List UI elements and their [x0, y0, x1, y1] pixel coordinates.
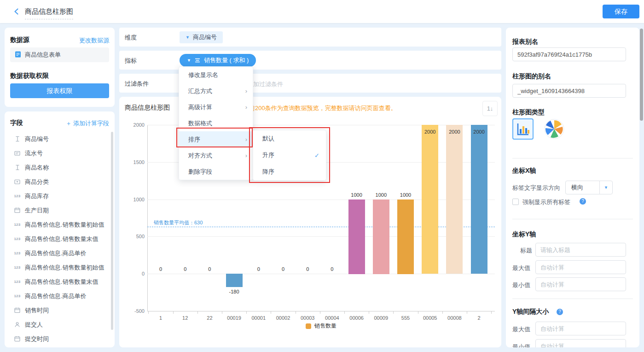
field-item[interactable]: 商品名称 [10, 160, 109, 175]
x-tick-mark [491, 311, 492, 314]
y-tick-label: 0 [119, 271, 145, 276]
question-icon[interactable]: ? [557, 309, 563, 315]
menu-item-删除字段[interactable]: 删除字段 [179, 164, 253, 180]
metric-tag[interactable]: ▼ 销售数量 ( 求和 ) [180, 54, 256, 67]
field-item[interactable]: 123商品售价信息.商品单价 [10, 289, 109, 303]
widget-alias-input[interactable] [512, 84, 626, 98]
bar-00009[interactable] [373, 199, 389, 274]
x-tick-mark [369, 311, 369, 314]
report-permission-button[interactable]: 报表权限 [10, 83, 109, 98]
y-max-input[interactable] [535, 260, 626, 274]
metric-tag-label: 销售数量 ( 求和 ) [204, 56, 249, 65]
chart-type-pie-icon[interactable] [544, 118, 565, 140]
serial-icon [14, 150, 21, 156]
bar-00008[interactable] [446, 125, 463, 274]
page-scrollbar[interactable] [640, 29, 643, 121]
back-icon[interactable] [13, 8, 20, 15]
interval-min-input[interactable] [535, 339, 626, 347]
gridline [147, 274, 495, 274]
dimension-row: 维度 ▼ 商品编号 [119, 28, 501, 47]
number-icon: 123 [14, 265, 21, 270]
label-direction-select[interactable]: 横向 ▼ [565, 181, 613, 194]
menu-item-排序[interactable]: 排序› [179, 131, 253, 147]
field-item[interactable]: 生产日期 [10, 203, 109, 217]
field-label: 商品售价信息.销售数量末值 [25, 235, 99, 243]
add-calc-field-link[interactable]: ＋ 添加计算字段 [65, 119, 109, 128]
force-labels-label: 强制显示所有标签 [522, 198, 570, 206]
field-item[interactable]: 提交时间 [10, 332, 109, 346]
field-item[interactable]: 123商品库存 [10, 189, 109, 203]
page-title: 商品信息柱形图 [25, 7, 73, 19]
field-label: 商品分类 [25, 178, 49, 186]
bar-555[interactable] [397, 199, 414, 274]
field-label: 商品售价信息.销售数量末值 [25, 278, 99, 286]
filter-placeholder[interactable]: 加过滤条件 [253, 80, 283, 88]
bar-2[interactable] [471, 125, 487, 274]
y-min-input[interactable] [535, 277, 626, 291]
x-tick-label: 00019 [227, 315, 241, 321]
field-item[interactable]: 123商品售价信息.销售数量初始值 [10, 260, 109, 275]
force-labels-checkbox[interactable] [512, 199, 519, 205]
chart-legend[interactable]: 销售数量 [147, 322, 495, 330]
menu-item-高级计算[interactable]: 高级计算› [179, 99, 253, 115]
submenu-item-降序[interactable]: 降序 [253, 164, 326, 180]
menu-item-汇总方式[interactable]: 汇总方式› [179, 83, 253, 99]
menu-item-修改显示名[interactable]: 修改显示名 [179, 67, 253, 83]
question-icon[interactable]: ? [580, 198, 586, 205]
number-icon: 123 [14, 237, 21, 241]
field-item[interactable]: 123商品售价信息.销售数量末值 [10, 232, 109, 246]
field-item[interactable]: 提交人 [10, 317, 109, 332]
average-line [147, 227, 495, 227]
chevron-right-icon: › [245, 104, 247, 111]
dimension-tag[interactable]: ▼ 商品编号 [180, 31, 223, 43]
fields-title: 字段 [10, 119, 23, 127]
field-item[interactable]: 商品编号 [10, 132, 109, 146]
field-item[interactable]: 销售时间 [10, 303, 109, 317]
field-item[interactable]: 流水号 [10, 146, 109, 160]
change-datasource-link[interactable]: 更改数据源 [79, 36, 109, 45]
number-icon: 123 [14, 280, 21, 284]
chart-type-bar-icon[interactable] [512, 118, 534, 140]
field-label: 生产日期 [25, 206, 49, 215]
settings-panel: 报表别名 柱形图的别名 柱形图类型 坐标X轴 [506, 28, 639, 347]
field-label: 商品编号 [25, 135, 49, 143]
x-tick-mark [344, 311, 345, 314]
datasource-table-chip[interactable]: 商品信息表单 [10, 47, 109, 62]
interval-max-input[interactable] [535, 322, 626, 335]
chart-type-label: 柱形图类型 [512, 108, 545, 117]
field-item[interactable]: 商品分类 [10, 175, 109, 189]
menu-item-数据格式[interactable]: 数据格式 [179, 115, 253, 131]
report-alias-input[interactable] [512, 47, 626, 61]
field-item[interactable]: 123商品售价信息.销售数量末值 [10, 275, 109, 289]
average-line-label: 销售数量平均值：630 [154, 219, 203, 226]
bar-00019[interactable] [226, 274, 243, 287]
bar-00005[interactable] [422, 125, 438, 274]
y-tick-label: 2000 [119, 122, 145, 128]
bar-value-label: 1000 [376, 192, 387, 198]
field-label: 流水号 [25, 149, 43, 158]
bar-value-label: 0 [159, 266, 162, 272]
fields-scrollbar[interactable] [111, 132, 113, 330]
axis-title-input[interactable] [535, 243, 626, 257]
x-tick-label: 00009 [374, 315, 389, 321]
submenu-item-默认[interactable]: 默认 [253, 130, 326, 147]
submenu-item-升序[interactable]: 升序✓ [253, 147, 326, 164]
number-icon: 123 [14, 294, 21, 298]
x-tick-mark [173, 311, 174, 314]
menu-item-对齐方式[interactable]: 对齐方式› [179, 147, 253, 164]
field-item[interactable]: 123商品售价信息.商品单价 [10, 246, 109, 260]
field-label: 商品售价信息.商品单价 [25, 249, 87, 258]
x-tick-mark [148, 311, 149, 314]
dimension-label: 维度 [125, 34, 137, 42]
menu-item-label: 对齐方式 [188, 152, 212, 160]
bar-00006[interactable] [348, 199, 365, 274]
x-tick-label: 00005 [423, 315, 437, 321]
save-button[interactable]: 保存 [603, 5, 639, 18]
number-icon: 123 [14, 223, 21, 227]
bar-value-label: 0 [306, 266, 309, 272]
x-tick-mark [320, 311, 320, 314]
bar-value-label: 2000 [424, 129, 435, 135]
bar-value-label: 0 [257, 266, 260, 272]
field-label: 销售时间 [25, 306, 49, 315]
field-item[interactable]: 123商品售价信息.销售数量初始值 [10, 217, 109, 232]
